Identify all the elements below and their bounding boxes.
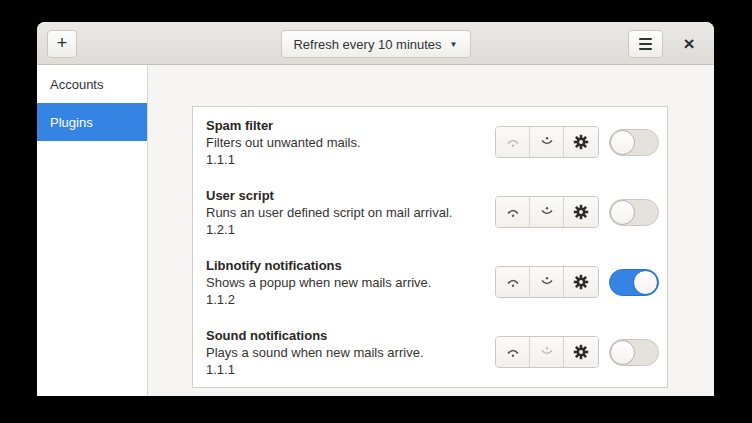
gear-icon bbox=[573, 344, 589, 360]
plugin-enable-toggle[interactable] bbox=[609, 129, 659, 156]
plugin-info: User script Runs an user defined script … bbox=[206, 187, 495, 238]
arrow-up-icon bbox=[505, 134, 521, 150]
toggle-knob bbox=[610, 130, 635, 155]
arrow-up-icon bbox=[505, 204, 521, 220]
sidebar-item-accounts[interactable]: Accounts bbox=[37, 65, 147, 103]
plugin-action-group bbox=[495, 336, 599, 368]
hamburger-icon bbox=[639, 38, 652, 50]
plugin-info: Spam filter Filters out unwanted mails. … bbox=[206, 117, 495, 168]
plugin-row: Spam filter Filters out unwanted mails. … bbox=[193, 107, 667, 177]
sidebar-item-label: Accounts bbox=[50, 77, 103, 92]
plugin-action-group bbox=[495, 196, 599, 228]
arrow-up-icon bbox=[505, 274, 521, 290]
gear-icon bbox=[573, 274, 589, 290]
arrow-up-icon bbox=[505, 344, 521, 360]
plugin-row: Libnotify notifications Shows a popup wh… bbox=[193, 247, 667, 317]
arrow-down-icon bbox=[539, 134, 555, 150]
plugin-name: Spam filter bbox=[206, 117, 495, 134]
sidebar-item-plugins[interactable]: Plugins bbox=[37, 103, 147, 141]
refresh-interval-dropdown[interactable]: Refresh every 10 minutes ▼ bbox=[280, 30, 470, 58]
close-button[interactable]: × bbox=[674, 30, 704, 58]
arrow-down-icon bbox=[539, 344, 555, 360]
move-up-button[interactable] bbox=[496, 197, 530, 227]
plugin-version: 1.1.1 bbox=[206, 151, 495, 168]
plugin-info: Libnotify notifications Shows a popup wh… bbox=[206, 257, 495, 308]
plugin-description: Filters out unwanted mails. bbox=[206, 134, 495, 151]
gear-icon bbox=[573, 134, 589, 150]
app-window: + Refresh every 10 minutes ▼ × Accounts … bbox=[37, 22, 714, 396]
headerbar: + Refresh every 10 minutes ▼ × bbox=[37, 22, 714, 65]
add-account-button[interactable]: + bbox=[47, 30, 77, 58]
plugin-version: 1.2.1 bbox=[206, 221, 495, 238]
plugin-name: Libnotify notifications bbox=[206, 257, 495, 274]
move-down-button[interactable] bbox=[530, 197, 564, 227]
move-up-button[interactable] bbox=[496, 267, 530, 297]
plugin-version: 1.1.1 bbox=[206, 361, 495, 378]
plugin-enable-toggle[interactable] bbox=[609, 199, 659, 226]
plugin-enable-toggle[interactable] bbox=[609, 339, 659, 366]
sidebar-item-label: Plugins bbox=[50, 115, 93, 130]
plugin-info: Sound notifications Plays a sound when n… bbox=[206, 327, 495, 378]
plugin-version: 1.1.2 bbox=[206, 291, 495, 308]
plugin-description: Runs an user defined script on mail arri… bbox=[206, 204, 495, 221]
plugin-row: User script Runs an user defined script … bbox=[193, 177, 667, 247]
window-body: Accounts Plugins Spam filter Filters out… bbox=[37, 65, 714, 396]
move-down-button[interactable] bbox=[530, 337, 564, 367]
plugin-list: Spam filter Filters out unwanted mails. … bbox=[192, 106, 668, 388]
plugin-enable-toggle[interactable] bbox=[609, 269, 659, 296]
refresh-interval-label: Refresh every 10 minutes bbox=[293, 37, 441, 52]
toggle-knob bbox=[610, 200, 635, 225]
plugin-action-group bbox=[495, 126, 599, 158]
plugin-settings-button[interactable] bbox=[564, 197, 598, 227]
plugin-description: Plays a sound when new mails arrive. bbox=[206, 344, 495, 361]
plugin-action-group bbox=[495, 266, 599, 298]
plugin-row: Sound notifications Plays a sound when n… bbox=[193, 317, 667, 387]
plugin-settings-button[interactable] bbox=[564, 337, 598, 367]
move-down-button[interactable] bbox=[530, 127, 564, 157]
plugin-name: User script bbox=[206, 187, 495, 204]
gear-icon bbox=[573, 204, 589, 220]
chevron-down-icon: ▼ bbox=[450, 40, 458, 49]
toggle-knob bbox=[633, 270, 658, 295]
main-content: Spam filter Filters out unwanted mails. … bbox=[149, 65, 714, 396]
move-down-button[interactable] bbox=[530, 267, 564, 297]
move-up-button[interactable] bbox=[496, 337, 530, 367]
plugin-name: Sound notifications bbox=[206, 327, 495, 344]
arrow-down-icon bbox=[539, 274, 555, 290]
plugin-description: Shows a popup when new mails arrive. bbox=[206, 274, 495, 291]
plugin-settings-button[interactable] bbox=[564, 267, 598, 297]
plugin-settings-button[interactable] bbox=[564, 127, 598, 157]
menu-button[interactable] bbox=[628, 30, 663, 58]
sidebar: Accounts Plugins bbox=[37, 65, 148, 396]
move-up-button[interactable] bbox=[496, 127, 530, 157]
toggle-knob bbox=[610, 340, 635, 365]
arrow-down-icon bbox=[539, 204, 555, 220]
